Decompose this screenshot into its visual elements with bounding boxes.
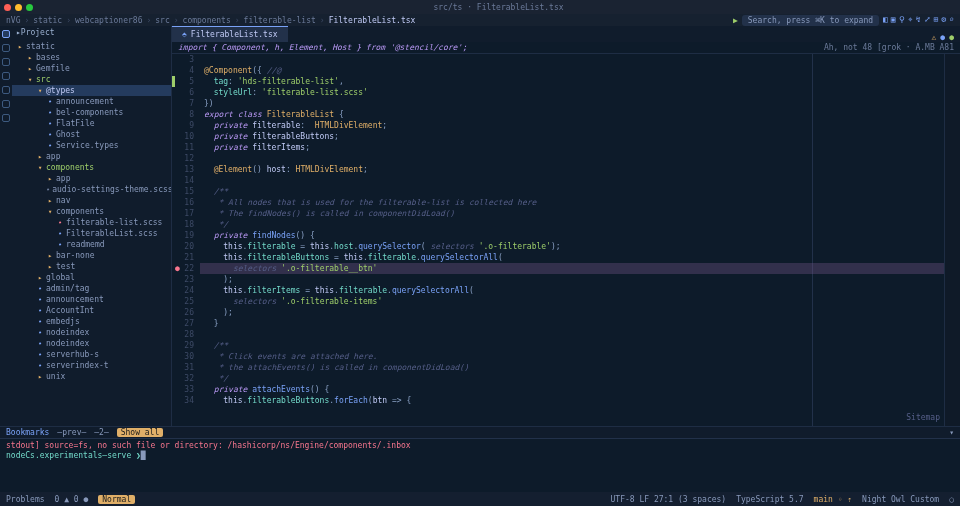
crumb[interactable]: filterable-list bbox=[244, 16, 316, 25]
code-line[interactable]: this.filterItems = this.filterable.query… bbox=[200, 285, 944, 296]
tree-item[interactable]: •nodeindex bbox=[12, 338, 171, 349]
tree-item[interactable]: ▸app bbox=[12, 151, 171, 162]
tree-item[interactable]: •filterable-list.scss bbox=[12, 217, 171, 228]
tree-item[interactable]: •FlatFile bbox=[12, 118, 171, 129]
run-icon[interactable]: ▶ bbox=[733, 16, 738, 25]
tool-icon[interactable]: ◧ bbox=[883, 15, 888, 25]
code-line[interactable] bbox=[200, 175, 944, 186]
tree-item[interactable]: ▾src bbox=[12, 74, 171, 85]
status-lang[interactable]: TypeScript 5.7 bbox=[736, 495, 803, 504]
code-area[interactable]: @Component({ //@ tag: 'hds-filterable-li… bbox=[200, 54, 944, 426]
status-theme[interactable]: Night Owl Custom bbox=[862, 495, 939, 504]
tree-item[interactable]: ▾components bbox=[12, 206, 171, 217]
terminal[interactable]: stdout] source=fs, no such file or direc… bbox=[0, 438, 960, 478]
tree-item[interactable]: •announcement bbox=[12, 294, 171, 305]
code-line[interactable]: ); bbox=[200, 307, 944, 318]
crumb[interactable]: static bbox=[33, 16, 62, 25]
sidebar-header[interactable]: ▸ Project bbox=[12, 26, 171, 39]
activity-search-icon[interactable] bbox=[2, 44, 10, 52]
code-line[interactable]: } bbox=[200, 318, 944, 329]
crumb[interactable]: FilterableList.tsx bbox=[329, 16, 416, 25]
tree-item[interactable]: ▸test bbox=[12, 261, 171, 272]
bookmark-showall[interactable]: Show all bbox=[117, 428, 164, 437]
minimap[interactable] bbox=[944, 54, 960, 426]
tree-item[interactable]: •bel-components bbox=[12, 107, 171, 118]
tree-item[interactable]: ▸global bbox=[12, 272, 171, 283]
activity-debug-icon[interactable] bbox=[2, 72, 10, 80]
tree-item[interactable]: •serverindex-t bbox=[12, 360, 171, 371]
code-line[interactable]: @Component({ //@ bbox=[200, 65, 944, 76]
code-line[interactable]: this.filterable = this.host.querySelecto… bbox=[200, 241, 944, 252]
code-line[interactable]: ); bbox=[200, 274, 944, 285]
code-line[interactable]: */ bbox=[200, 219, 944, 230]
code-line[interactable]: * All nodes that is used for the filtera… bbox=[200, 197, 944, 208]
tree-item[interactable]: ▾@types bbox=[12, 85, 171, 96]
tab-active[interactable]: ⬘ FilterableList.tsx bbox=[172, 26, 288, 42]
tree-item[interactable]: ▾components bbox=[12, 162, 171, 173]
code-line[interactable]: /** bbox=[200, 186, 944, 197]
code-line[interactable]: styleUrl: 'filterable-list.scss' bbox=[200, 87, 944, 98]
code-line[interactable]: }) bbox=[200, 98, 944, 109]
minimize-icon[interactable] bbox=[15, 4, 22, 11]
tree-item[interactable]: •Ghost bbox=[12, 129, 171, 140]
status-mode[interactable]: Normal bbox=[98, 495, 135, 504]
tree-item[interactable]: ▸app bbox=[12, 173, 171, 184]
code-line[interactable]: private attachEvents() { bbox=[200, 384, 944, 395]
tree-item[interactable]: •readmemd bbox=[12, 239, 171, 250]
close-icon[interactable] bbox=[4, 4, 11, 11]
code-line[interactable]: private filterable: HTMLDivElement; bbox=[200, 120, 944, 131]
search-icon[interactable]: ⌕ bbox=[949, 15, 954, 25]
code-line[interactable]: * The findNodes() is called in component… bbox=[200, 208, 944, 219]
tree-item[interactable]: •FilterableList.scss bbox=[12, 228, 171, 239]
tree-item[interactable]: •audio-settings-theme.scss bbox=[12, 184, 171, 195]
collapse-icon[interactable]: ▾ bbox=[949, 428, 954, 437]
tree-item[interactable]: ▸nav bbox=[12, 195, 171, 206]
code-line[interactable]: this.filterableButtons = this.filterable… bbox=[200, 252, 944, 263]
search-input[interactable]: Search, press ⌘K to expand bbox=[742, 15, 879, 26]
tool-icon[interactable]: ↯ bbox=[916, 15, 921, 25]
tool-icon[interactable]: ▣ bbox=[891, 15, 896, 25]
tree-item[interactable]: •AccountInt bbox=[12, 305, 171, 316]
tool-icon[interactable]: ⌖ bbox=[908, 15, 913, 25]
status-encoding[interactable]: UTF-8 LF 27:1 (3 spaces) bbox=[611, 495, 727, 504]
code-line[interactable]: */ bbox=[200, 373, 944, 384]
crumb[interactable]: nVG bbox=[6, 16, 20, 25]
code-line[interactable] bbox=[200, 329, 944, 340]
maximize-icon[interactable] bbox=[26, 4, 33, 11]
activity-git-icon[interactable] bbox=[2, 58, 10, 66]
code-line[interactable]: private filterItems; bbox=[200, 142, 944, 153]
code-line[interactable]: * Click events are attached here. bbox=[200, 351, 944, 362]
tree-item[interactable]: ▸unix bbox=[12, 371, 171, 382]
code-line[interactable]: selectors '.o-filterable-items' bbox=[200, 296, 944, 307]
tree-item[interactable]: ▸Gemfile bbox=[12, 63, 171, 74]
code-line[interactable] bbox=[200, 54, 944, 65]
tree-item[interactable]: •admin/tag bbox=[12, 283, 171, 294]
tree-item[interactable]: ▸static bbox=[12, 41, 171, 52]
code-line[interactable]: private filterableButtons; bbox=[200, 131, 944, 142]
crumb[interactable]: components bbox=[183, 16, 231, 25]
crumb[interactable]: src bbox=[155, 16, 169, 25]
tool-icon[interactable]: ⤢ bbox=[924, 15, 931, 25]
activity-ext-icon[interactable] bbox=[2, 86, 10, 94]
code-line[interactable]: @Element() host: HTMLDivElement; bbox=[200, 164, 944, 175]
tool-icon[interactable]: ⚲ bbox=[899, 15, 905, 25]
status-counts[interactable]: 0 ▲ 0 ● bbox=[55, 495, 89, 504]
tree-item[interactable]: •Service.types bbox=[12, 140, 171, 151]
code-line[interactable] bbox=[200, 153, 944, 164]
bookmark-prev[interactable]: —prev— bbox=[57, 428, 86, 437]
tool-icon[interactable]: ⚙ bbox=[941, 15, 946, 25]
activity-test-icon[interactable] bbox=[2, 100, 10, 108]
crumb[interactable]: webcaptioner86 bbox=[75, 16, 142, 25]
code-line[interactable]: private findNodes() { bbox=[200, 230, 944, 241]
code-line[interactable]: this.filterableButtons.forEach(btn => { bbox=[200, 395, 944, 406]
tree-item[interactable]: ▸bar-none bbox=[12, 250, 171, 261]
tree-item[interactable]: •nodeindex bbox=[12, 327, 171, 338]
bookmark-next[interactable]: —2— bbox=[94, 428, 108, 437]
code-line[interactable]: * the attachEvents() is called in compon… bbox=[200, 362, 944, 373]
sitemap-label[interactable]: Sitemap bbox=[906, 413, 940, 422]
activity-db-icon[interactable] bbox=[2, 114, 10, 122]
code-line[interactable]: tag: 'hds-filterable-list', bbox=[200, 76, 944, 87]
tree-item[interactable]: •announcement bbox=[12, 96, 171, 107]
status-branch[interactable]: main ◦ ⇡ bbox=[814, 495, 853, 504]
activity-folder-icon[interactable] bbox=[2, 30, 10, 38]
